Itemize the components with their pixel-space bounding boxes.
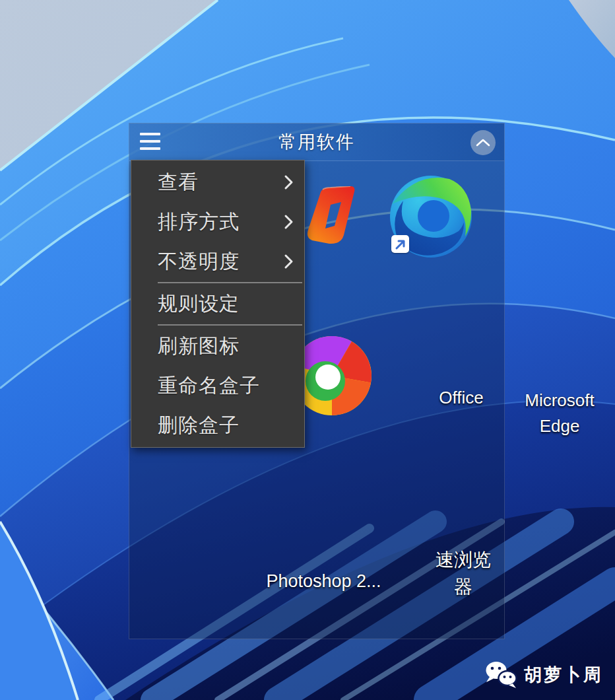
watermark-text: 胡萝卜周 xyxy=(524,663,603,687)
menu-item-refresh-icons[interactable]: 刷新图标 xyxy=(131,326,304,366)
icon-label-photoshop[interactable]: Photoshop 2... xyxy=(259,571,388,592)
icon-label-edge[interactable]: Microsoft Edge xyxy=(517,388,602,439)
desktop-icon-edge[interactable] xyxy=(389,175,472,258)
menu-item-label: 删除盒子 xyxy=(158,412,240,439)
menu-item-opacity[interactable]: 不透明度 xyxy=(131,242,304,281)
watermark: 胡萝卜周 xyxy=(485,660,603,689)
icon-label-browser[interactable]: 速浏览器 xyxy=(432,546,495,600)
chevron-up-icon xyxy=(476,138,490,147)
menu-item-delete-box[interactable]: 删除盒子 xyxy=(131,405,304,445)
chevron-right-icon xyxy=(284,174,294,190)
icon-label-office[interactable]: Office xyxy=(422,388,501,408)
fence-title: 常用软件 xyxy=(129,123,504,161)
desktop-icon-office[interactable] xyxy=(303,186,362,246)
menu-separator xyxy=(158,282,302,283)
shortcut-arrow-icon xyxy=(391,235,409,253)
menu-item-label: 刷新图标 xyxy=(158,333,240,360)
menu-item-view[interactable]: 查看 xyxy=(131,162,304,202)
collapse-button[interactable] xyxy=(470,130,496,155)
menu-item-rule-settings[interactable]: 规则设定 xyxy=(131,284,304,324)
wps-office-icon xyxy=(303,186,362,246)
chevron-right-icon xyxy=(284,254,294,269)
chevron-right-icon xyxy=(284,214,294,230)
menu-item-label: 查看 xyxy=(158,169,199,196)
menu-item-rename-box[interactable]: 重命名盒子 xyxy=(131,366,304,405)
desktop: 常用软件 Office xyxy=(0,0,615,700)
menu-item-label: 规则设定 xyxy=(158,291,240,318)
menu-item-sort-by[interactable]: 排序方式 xyxy=(131,202,304,242)
fence-title-bar[interactable]: 常用软件 xyxy=(129,123,504,161)
wechat-icon xyxy=(485,660,518,689)
menu-item-label: 排序方式 xyxy=(158,209,240,236)
context-menu: 查看 排序方式 不透明度 规则设定 刷新图标 重命名盒子 xyxy=(131,160,305,448)
menu-item-label: 重命名盒子 xyxy=(158,372,260,400)
menu-separator xyxy=(158,324,302,326)
menu-item-label: 不透明度 xyxy=(158,248,240,275)
